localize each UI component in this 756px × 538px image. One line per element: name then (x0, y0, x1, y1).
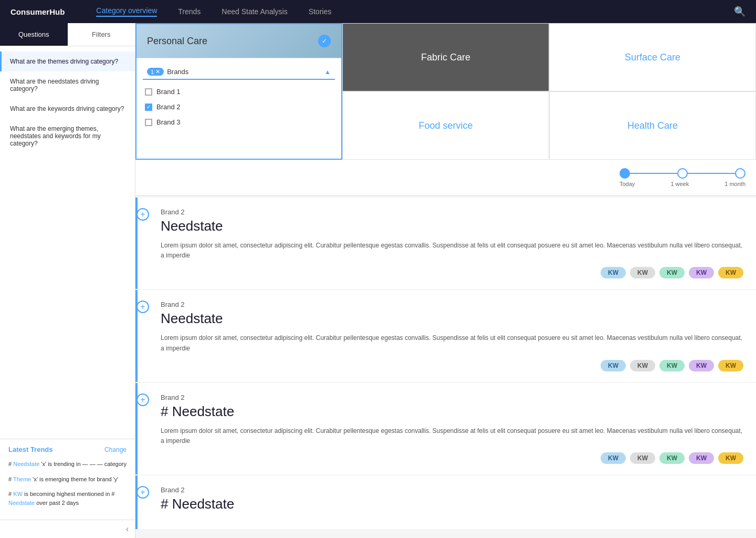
tag-3-2[interactable]: KW (630, 452, 655, 464)
question-needstates[interactable]: What are the needstates driving category… (0, 71, 135, 99)
result-brand-4: Brand 2 (150, 486, 743, 494)
brand-1-checkbox[interactable] (145, 88, 152, 96)
nav-category-overview[interactable]: Category overview (96, 6, 157, 17)
trends-title: Latest Trends (8, 446, 53, 453)
tag-3-4[interactable]: KW (689, 452, 714, 464)
tag-1-3[interactable]: KW (659, 267, 685, 278)
result-tags-2: KW KW KW KW KW (150, 360, 743, 371)
tab-questions[interactable]: Questions (0, 23, 68, 46)
category-grid: Personal Care ✓ 1 ✕ Brands ▲ (135, 23, 756, 160)
result-brand-2: Brand 2 (150, 301, 743, 308)
tag-3-1[interactable]: KW (601, 452, 626, 464)
brand-1-label: Brand 1 (156, 88, 181, 96)
fabric-care-label: Fabric Care (416, 47, 476, 68)
timeline-node-week[interactable] (677, 168, 688, 179)
trend-item-1: # Needstate 'x' is trending in — — — cat… (8, 460, 127, 469)
expand-card-3[interactable]: + (136, 394, 149, 406)
tag-1-4[interactable]: KW (689, 267, 714, 278)
result-needstate-1: Needstate (150, 218, 743, 234)
brands-dropdown-title: 1 ✕ Brands (147, 68, 188, 76)
timeline-node-today[interactable] (620, 168, 630, 179)
timeline-node-month[interactable] (735, 168, 746, 179)
tag-2-4[interactable]: KW (689, 360, 714, 371)
brands-badge: 1 ✕ (147, 68, 164, 76)
app-logo: ConsumerHub (10, 7, 65, 16)
result-needstate-2: Needstate (150, 311, 743, 327)
brand-2-label: Brand 2 (156, 103, 181, 111)
tag-1-2[interactable]: KW (630, 267, 655, 278)
brand-option-2[interactable]: Brand 2 (143, 99, 335, 115)
results-section: + Brand 2 Needstate Lorem ipsum dolor si… (135, 196, 756, 531)
brand-2-checkbox[interactable] (145, 104, 152, 111)
sidebar-questions-list: What are the themes driving category? Wh… (0, 46, 135, 439)
brand-3-checkbox[interactable] (145, 119, 152, 126)
timeline-container: Today 1 week 1 month (620, 168, 746, 187)
tab-filters[interactable]: Filters (68, 23, 135, 46)
question-keywords[interactable]: What are the keywords driving category? (0, 99, 135, 119)
category-health-care[interactable]: Health Care (549, 91, 756, 160)
expand-card-1[interactable]: + (136, 208, 149, 221)
brands-dropdown-header[interactable]: 1 ✕ Brands ▲ (143, 65, 335, 80)
collapse-icon[interactable]: ‹ (126, 524, 129, 534)
search-icon[interactable]: 🔍 (734, 6, 746, 17)
main-content: Personal Care ✓ 1 ✕ Brands ▲ (135, 23, 756, 538)
result-tags-1: KW KW KW KW KW (150, 267, 743, 278)
timeline-labels: Today 1 week 1 month (620, 181, 746, 187)
question-emerging[interactable]: What are the emerging themes, needstates… (0, 119, 135, 153)
trend-item-2: # Theme 'x' is emerging theme for brand … (8, 475, 127, 484)
tag-2-2[interactable]: KW (630, 360, 655, 371)
expand-card-2[interactable]: + (136, 301, 149, 313)
food-service-label: Food service (413, 115, 478, 137)
category-surface-care[interactable]: Surface Care (549, 23, 756, 91)
result-brand-1: Brand 2 (150, 208, 743, 216)
nav-trends[interactable]: Trends (178, 7, 201, 16)
top-navigation: ConsumerHub Category overview Trends Nee… (0, 0, 756, 23)
result-tags-3: KW KW KW KW KW (150, 452, 743, 464)
timeline-label-week: 1 week (670, 181, 689, 187)
health-care-label: Health Care (622, 115, 683, 137)
timeline-label-month: 1 month (724, 181, 746, 187)
result-text-2: Lorem ipsum dolor sit amet, consectetur … (150, 333, 743, 353)
surface-care-label: Surface Care (620, 47, 686, 68)
result-brand-3: Brand 2 (150, 394, 743, 401)
trends-header: Latest Trends Change (8, 446, 127, 453)
sidebar-tabs: Questions Filters (0, 23, 135, 46)
personal-care-check-icon: ✓ (318, 35, 331, 47)
nav-stories[interactable]: Stories (309, 7, 332, 16)
tag-1-1[interactable]: KW (601, 267, 626, 278)
timeline-label-today: Today (620, 181, 635, 187)
result-card-4: + Brand 2 # Needstate (135, 475, 756, 529)
tag-3-5[interactable]: KW (718, 452, 743, 464)
result-needstate-3: # Needstate (150, 404, 743, 420)
tag-1-5[interactable]: KW (718, 267, 743, 278)
sidebar-collapse: ‹ (0, 520, 135, 538)
tag-3-3[interactable]: KW (659, 452, 685, 464)
tag-2-1[interactable]: KW (601, 360, 626, 371)
brand-3-label: Brand 3 (156, 118, 181, 126)
personal-care-label: Personal Care (147, 36, 207, 47)
result-card-2: + Brand 2 Needstate Lorem ipsum dolor si… (135, 290, 756, 381)
tag-2-5[interactable]: KW (718, 360, 743, 371)
brand-option-3[interactable]: Brand 3 (143, 115, 335, 130)
trend-item-3: # KW is becoming highest mentioned in # … (8, 490, 127, 507)
timeline-bar: Today 1 week 1 month (135, 160, 756, 196)
sidebar-trends-section: Latest Trends Change # Needstate 'x' is … (0, 439, 135, 520)
result-card-3: + Brand 2 # Needstate Lorem ipsum dolor … (135, 383, 756, 474)
personal-care-header: Personal Care ✓ (136, 24, 341, 58)
trends-change-button[interactable]: Change (104, 446, 127, 453)
timeline-nodes-row (620, 168, 746, 179)
result-text-1: Lorem ipsum dolor sit amet, consectetur … (150, 241, 743, 261)
question-themes[interactable]: What are the themes driving category? (0, 51, 135, 71)
nav-need-state-analysis[interactable]: Need State Analysis (222, 7, 287, 16)
result-text-3: Lorem ipsum dolor sit amet, consectetur … (150, 426, 743, 446)
category-fabric-care[interactable]: Fabric Care (342, 23, 549, 91)
sidebar: Questions Filters What are the themes dr… (0, 23, 135, 538)
result-needstate-4: # Needstate (150, 496, 743, 512)
category-personal-care[interactable]: Personal Care ✓ 1 ✕ Brands ▲ (135, 23, 342, 160)
expand-card-4[interactable]: + (136, 486, 149, 499)
brands-dropdown: 1 ✕ Brands ▲ Brand 1 Brand 2 (136, 58, 341, 136)
result-card-1: + Brand 2 Needstate Lorem ipsum dolor si… (135, 198, 756, 289)
category-food-service[interactable]: Food service (342, 91, 549, 160)
brand-option-1[interactable]: Brand 1 (143, 84, 335, 99)
tag-2-3[interactable]: KW (659, 360, 685, 371)
